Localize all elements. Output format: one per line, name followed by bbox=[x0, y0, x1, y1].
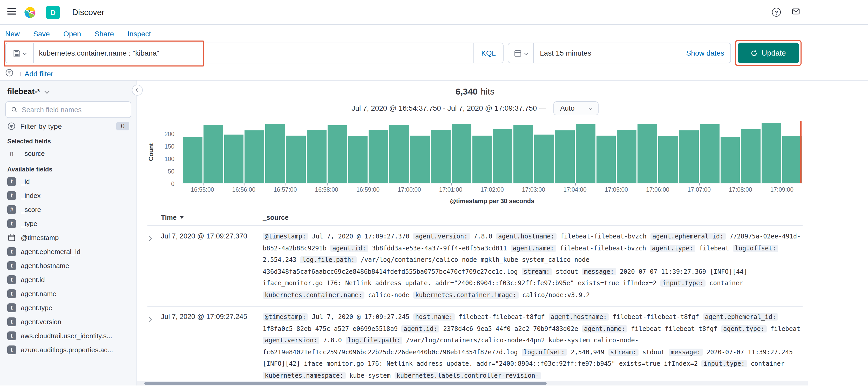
query-input-group: KQL bbox=[5, 42, 503, 63]
field-key: kubernetes.container.image: bbox=[413, 291, 519, 298]
field-item-agent.hostname[interactable]: tagent.hostname bbox=[4, 259, 132, 273]
x-axis: 16:55:0016:56:0016:57:0016:58:0016:59:00… bbox=[182, 186, 803, 195]
x-axis-tick-label: 16:55:00 bbox=[191, 186, 214, 193]
show-dates-button[interactable]: Show dates bbox=[680, 49, 731, 57]
source-header-label: _source bbox=[263, 213, 289, 221]
field-type-date-icon bbox=[7, 233, 16, 242]
menu-item-save[interactable]: Save bbox=[33, 29, 50, 38]
documents-table: Time _source Jul 7, 2020 @ 17:09:27.370@… bbox=[148, 213, 803, 386]
add-filter-button[interactable]: + Add filter bbox=[19, 69, 53, 78]
histogram-bar bbox=[555, 130, 575, 183]
menu-item-new[interactable]: New bbox=[5, 29, 20, 38]
field-value: 2,540,949 bbox=[570, 349, 604, 356]
x-axis-tick-label: 17:02:00 bbox=[480, 186, 504, 193]
field-type-string-icon: t bbox=[7, 303, 16, 312]
search-field-names-input[interactable] bbox=[22, 106, 126, 114]
field-item-agent.name[interactable]: tagent.name bbox=[4, 287, 132, 301]
field-item-_type[interactable]: t_type bbox=[4, 217, 132, 231]
newsfeed-button[interactable] bbox=[791, 7, 801, 18]
expand-row-button[interactable] bbox=[148, 231, 161, 301]
field-item-agent.ephemeral_id[interactable]: tagent.ephemeral_id bbox=[4, 245, 132, 259]
field-key: agent.version: bbox=[263, 337, 319, 344]
field-name: _id bbox=[21, 178, 30, 185]
field-key: input.type: bbox=[702, 360, 747, 367]
field-value: filebeat-filebeat-t8fgf bbox=[459, 314, 545, 321]
field-key: kubernetes.labels.controller-revision- bbox=[394, 372, 541, 379]
time-range-button[interactable]: Last 15 minutes bbox=[534, 49, 597, 57]
field-key: stream: bbox=[522, 268, 552, 275]
doc-timestamp: Jul 7, 2020 @ 17:09:27.370 bbox=[161, 231, 263, 301]
x-axis-tick bbox=[203, 183, 204, 185]
y-axis-tick-label: 50 bbox=[168, 168, 175, 175]
field-name: azure.auditlogs.properties.ac... bbox=[21, 346, 113, 354]
field-item-agent.id[interactable]: tagent.id bbox=[4, 273, 132, 287]
field-item-_index[interactable]: t_index bbox=[4, 188, 132, 203]
menu-item-share[interactable]: Share bbox=[94, 29, 114, 38]
date-quick-select-button[interactable] bbox=[508, 43, 534, 63]
filter-options-button[interactable] bbox=[5, 68, 13, 79]
field-key: agent.id: bbox=[330, 244, 368, 252]
histogram-bar bbox=[658, 136, 678, 183]
chart-time-range: Jul 7, 2020 @ 16:54:37.750 - Jul 7, 2020… bbox=[351, 104, 546, 112]
histogram-plot-area[interactable] bbox=[182, 121, 803, 183]
field-item-aws.cloudtrail.user_identity.s...[interactable]: taws.cloudtrail.user_identity.s... bbox=[4, 329, 132, 343]
field-item-@timestamp[interactable]: @timestamp bbox=[4, 231, 132, 245]
header: D Discover bbox=[0, 0, 868, 25]
index-pattern-select[interactable]: filebeat-* bbox=[4, 86, 132, 97]
x-axis-tick-label: 17:00:00 bbox=[398, 186, 421, 193]
menu-item-inspect[interactable]: Inspect bbox=[127, 29, 151, 38]
scrollbar-thumb[interactable] bbox=[144, 382, 547, 385]
x-axis-tick bbox=[534, 183, 534, 185]
x-axis-tick-label: 17:08:00 bbox=[729, 186, 752, 193]
histogram-bar bbox=[596, 136, 616, 183]
field-value: container bbox=[709, 279, 743, 287]
collapse-sidebar-button[interactable] bbox=[132, 85, 143, 96]
field-name: agent.ephemeral_id bbox=[21, 248, 81, 256]
interval-select[interactable]: Auto bbox=[553, 101, 598, 115]
field-key: host.name: bbox=[413, 314, 455, 321]
x-axis-tick-label: 17:09:00 bbox=[770, 186, 794, 193]
time-column-header[interactable]: Time bbox=[161, 213, 263, 221]
menu-item-open[interactable]: Open bbox=[63, 29, 81, 38]
x-axis-tick-label: 16:57:00 bbox=[274, 186, 297, 193]
x-axis-tick-label: 17:05:00 bbox=[605, 186, 628, 193]
field-key: agent.ephemeral_id: bbox=[703, 314, 778, 321]
histogram-bar bbox=[348, 136, 368, 183]
menu-button[interactable] bbox=[7, 6, 16, 18]
selected-fields-list: {}_source bbox=[4, 147, 132, 160]
x-axis-title: @timestamp per 30 seconds bbox=[182, 198, 803, 205]
histogram-bar bbox=[741, 129, 761, 183]
field-item-agent.version[interactable]: tagent.version bbox=[4, 315, 132, 329]
calendar-icon bbox=[514, 49, 522, 57]
expand-row-button[interactable] bbox=[148, 311, 161, 382]
top-menu: New Save Open Share Inspect bbox=[0, 25, 868, 40]
field-item-_id[interactable]: t_id bbox=[4, 175, 132, 188]
chevron-down-icon bbox=[524, 51, 528, 55]
field-type-string-icon: t bbox=[7, 318, 16, 326]
histogram-bar bbox=[493, 129, 513, 183]
x-axis-tick bbox=[410, 183, 410, 185]
field-value: 7.8.0 bbox=[473, 233, 492, 240]
help-button[interactable] bbox=[772, 8, 781, 17]
field-value: filebeat-filebeat-t8fgf bbox=[613, 314, 699, 321]
available-fields-list: t_idt_index#_scoret_type@timestamptagent… bbox=[4, 175, 132, 357]
filter-by-type[interactable]: Filter by type 0 bbox=[4, 118, 132, 132]
field-type-string-icon: t bbox=[7, 289, 16, 298]
update-button[interactable]: Update bbox=[738, 42, 799, 63]
chevron-down-icon bbox=[588, 106, 592, 110]
field-item-agent.type[interactable]: tagent.type bbox=[4, 301, 132, 315]
space-badge[interactable]: D bbox=[46, 5, 60, 19]
field-item-_source[interactable]: {}_source bbox=[4, 147, 132, 160]
field-item-azure.auditlogs.properties.ac...[interactable]: tazure.auditlogs.properties.ac... bbox=[4, 343, 132, 357]
field-key: @timestamp: bbox=[263, 233, 308, 240]
main: filebeat-* Filter by type 0 Selected fie… bbox=[0, 81, 868, 385]
query-input[interactable] bbox=[34, 49, 473, 57]
field-name: @timestamp bbox=[21, 234, 59, 242]
field-value: stdout bbox=[556, 268, 578, 275]
field-item-_score[interactable]: #_score bbox=[4, 203, 132, 217]
elastic-logo[interactable] bbox=[23, 5, 37, 19]
field-key: agent.type: bbox=[650, 244, 695, 252]
field-value: 1f8fa0c5-82eb-475c-a527-e0699e5518a9 bbox=[263, 325, 398, 332]
query-language-button[interactable]: KQL bbox=[473, 43, 503, 63]
save-query-button[interactable] bbox=[6, 43, 34, 63]
